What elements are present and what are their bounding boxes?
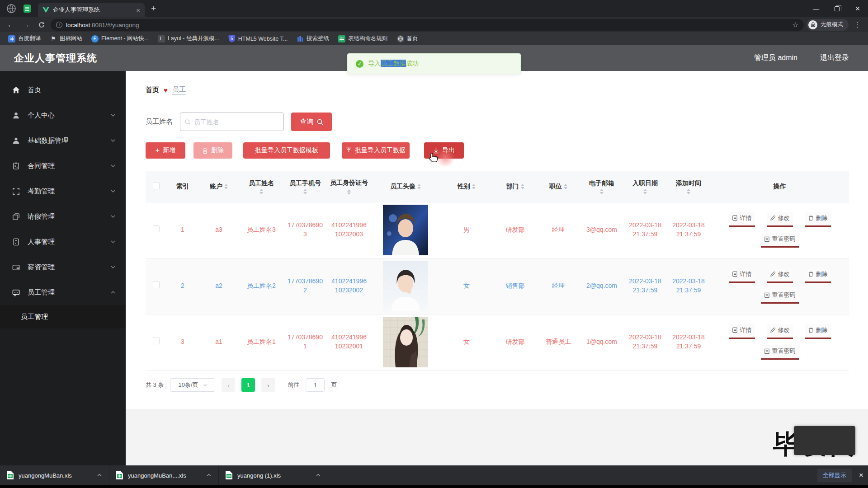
detail-button[interactable]: 详情 <box>729 268 755 283</box>
close-downloads-bar-icon[interactable]: × <box>859 471 863 480</box>
bookmark-layui[interactable]: L Layui - 经典开源模... <box>154 33 223 44</box>
col-add-time[interactable]: 添加时间 <box>670 178 707 194</box>
sidebar-item-base-data[interactable]: 基础数据管理 <box>0 128 126 153</box>
col-email[interactable]: 电子邮箱 <box>584 178 620 194</box>
detail-button[interactable]: 详情 <box>729 212 755 227</box>
forward-icon[interactable]: → <box>20 20 33 29</box>
bookmark-element[interactable]: E Element - 网站快... <box>88 33 152 44</box>
bookmark-icon-site[interactable]: ⚑ 图标网站 <box>46 33 86 44</box>
breadcrumb-home[interactable]: 首页 <box>146 86 159 94</box>
row-checkbox[interactable] <box>153 282 160 288</box>
download-item[interactable]: yuangongMuBan.xls <box>0 465 109 485</box>
current-page-button[interactable]: 1 <box>241 378 255 392</box>
row-checkbox[interactable] <box>153 225 160 232</box>
bookmark-baidu-translate[interactable]: 译 百度翻译 <box>5 33 44 44</box>
col-name[interactable]: 员工姓名 <box>242 178 280 194</box>
download-filename: yuangongMuBan.xls <box>19 472 89 479</box>
download-expand-button[interactable] <box>203 469 215 481</box>
col-phone[interactable]: 员工手机号 <box>288 178 323 194</box>
col-avatar[interactable]: 员工头像 <box>375 182 436 191</box>
reset-password-button[interactable]: 重置密码 <box>761 233 799 248</box>
bookmark-table-naming[interactable]: 表结构命名规则 <box>335 33 392 44</box>
import-data-button[interactable]: 批量导入员工数据 <box>342 142 410 159</box>
bookmarks-bar: 译 百度翻译 ⚑ 图标网站 E Element - 网站快... L Layui… <box>0 32 868 45</box>
select-all-checkbox[interactable] <box>153 183 160 189</box>
goto-page-input[interactable] <box>306 378 325 392</box>
download-expand-button[interactable] <box>94 469 105 481</box>
sidebar-item-home[interactable]: 首页 <box>0 77 126 103</box>
row-checkbox[interactable] <box>153 338 160 344</box>
element-icon: E <box>91 35 99 42</box>
document-icon <box>732 327 738 333</box>
download-item[interactable]: yuangong (1).xls <box>219 465 328 485</box>
pen-icon <box>770 327 776 333</box>
prev-page-button[interactable]: ‹ <box>222 378 235 392</box>
page-size-select[interactable]: 10条/页 <box>170 378 215 392</box>
edit-button[interactable]: 修改 <box>767 268 793 283</box>
col-department[interactable]: 部门 <box>497 182 533 191</box>
table-row: 3 a1 员工姓名1 17703786901 41022419961023200… <box>146 314 849 370</box>
col-idcard[interactable]: 员工身份证号 <box>330 178 368 195</box>
search-label: 员工姓名 <box>146 117 173 126</box>
add-button[interactable]: + 新增 <box>146 142 185 159</box>
reset-password-button[interactable]: 重置密码 <box>761 289 799 304</box>
window-restore-button[interactable] <box>826 0 847 17</box>
chevron-up-icon <box>97 473 102 478</box>
window-minimize-button[interactable]: — <box>806 0 826 17</box>
sheets-pinned-tab-icon[interactable] <box>23 4 32 13</box>
delete-button[interactable]: 删除 <box>193 142 232 159</box>
new-tab-button[interactable]: + <box>151 4 156 14</box>
row-delete-button[interactable]: 删除 <box>805 212 831 227</box>
page-info-icon[interactable]: i <box>56 22 62 28</box>
sidebar-item-leave[interactable]: 请假管理 <box>0 204 126 229</box>
browser-address-bar: ← → i localhost:8081/#/yuangong ☆ 无痕模式 ⋮ <box>0 17 868 32</box>
document-icon <box>732 215 738 221</box>
col-account[interactable]: 账户 <box>203 182 235 191</box>
sidebar-item-contract[interactable]: 合同管理 <box>0 153 126 178</box>
sidebar-subitem-employee-manage[interactable]: 员工管理 <box>0 305 126 328</box>
incognito-badge: 无痕模式 <box>807 19 849 31</box>
sidebar-item-hr[interactable]: 人事管理 <box>0 229 126 254</box>
tab-close-icon[interactable]: × <box>136 6 140 14</box>
bookmark-star-icon[interactable]: ☆ <box>793 21 798 29</box>
sidebar-item-employee[interactable]: 员工管理 <box>0 280 126 305</box>
col-hire-date[interactable]: 入职日期 <box>627 178 663 194</box>
browser-active-tab[interactable]: 企业人事管理系统 × <box>38 3 145 17</box>
back-icon[interactable]: ← <box>5 20 17 29</box>
logout-button[interactable]: 退出登录 <box>820 53 849 63</box>
reset-password-button[interactable]: 重置密码 <box>761 345 799 360</box>
edit-button[interactable]: 修改 <box>767 324 793 339</box>
bookmark-html5[interactable]: 5 HTML5 Website T... <box>225 34 291 44</box>
browser-globe-icon[interactable] <box>6 4 16 14</box>
success-check-icon: ✓ <box>356 60 363 68</box>
leave-icon <box>12 212 20 221</box>
excel-file-icon <box>225 471 233 480</box>
refresh-icon[interactable] <box>35 21 48 28</box>
col-gender[interactable]: 性别 <box>443 182 490 191</box>
document-icon <box>764 348 770 354</box>
bookmark-homepage[interactable]: 首页 <box>393 33 422 44</box>
sidebar-item-personal-center[interactable]: 个人中心 <box>0 103 126 128</box>
breadcrumb-current: 员工 <box>172 85 186 95</box>
employee-icon <box>12 288 20 297</box>
col-position[interactable]: 职位 <box>540 182 576 191</box>
edit-button[interactable]: 修改 <box>767 212 793 227</box>
url-bar[interactable]: i localhost:8081/#/yuangong ☆ <box>51 19 804 31</box>
bookmark-wallpaper[interactable]: 搜索壁纸 <box>293 33 333 44</box>
search-input[interactable] <box>194 118 279 126</box>
download-item[interactable]: yuangongMuBan....xls <box>109 465 219 485</box>
window-close-button[interactable]: × <box>847 0 868 17</box>
show-all-downloads-button[interactable]: 全部显示 <box>817 469 852 482</box>
sidebar-item-salary[interactable]: 薪资管理 <box>0 254 126 280</box>
sort-icon <box>224 184 228 189</box>
import-template-button[interactable]: 批量导入员工数据模板 <box>243 142 330 159</box>
browser-menu-icon[interactable]: ⋮ <box>851 21 863 29</box>
download-expand-button[interactable] <box>312 469 324 481</box>
chevron-down-icon <box>110 214 116 219</box>
query-button[interactable]: 查询 <box>291 113 332 131</box>
next-page-button[interactable]: › <box>261 378 275 392</box>
row-delete-button[interactable]: 删除 <box>805 324 831 339</box>
detail-button[interactable]: 详情 <box>729 324 755 339</box>
row-delete-button[interactable]: 删除 <box>805 268 831 283</box>
sidebar-item-attendance[interactable]: 考勤管理 <box>0 178 126 204</box>
